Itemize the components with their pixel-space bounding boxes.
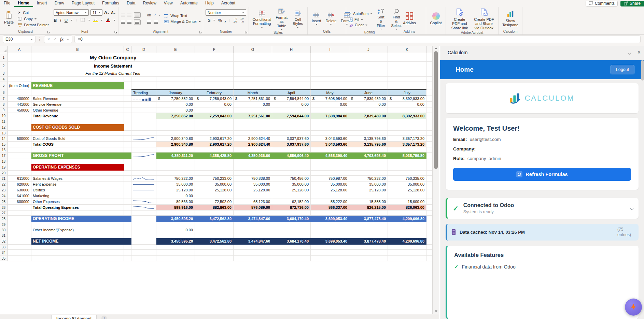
cell-A29[interactable] [8, 222, 31, 227]
confirm-entry-button[interactable]: ✓ [53, 37, 57, 42]
cell-C28[interactable] [124, 216, 131, 222]
cell-B18[interactable] [31, 159, 124, 164]
cell-I18[interactable] [311, 159, 349, 164]
decrease-indent-icon[interactable] [147, 21, 151, 24]
cell-C20[interactable] [124, 171, 131, 176]
cell-F17[interactable]: 4,355,425.80 [195, 153, 234, 159]
cell-H20[interactable] [272, 171, 311, 176]
cell-F31[interactable] [195, 233, 234, 238]
cell-F16[interactable] [195, 147, 234, 153]
cell-I29[interactable] [311, 222, 349, 227]
row-header-31[interactable]: 31 [0, 233, 8, 238]
cell-G30[interactable] [234, 227, 272, 233]
cell-H19[interactable] [272, 164, 311, 171]
row-header-7[interactable]: 7 [0, 96, 8, 102]
cell-I12[interactable] [311, 124, 349, 131]
cell-H3[interactable] [272, 70, 311, 77]
cell-G7[interactable]: $7,251,561.00 [234, 96, 272, 102]
row-header-23[interactable]: 23 [0, 187, 8, 193]
cell-C33[interactable] [124, 245, 131, 250]
cell-H14[interactable]: 3,037,937.60 [272, 136, 311, 142]
cell-F7[interactable]: $7,259,043.00 [195, 96, 234, 102]
cell-D6[interactable]: Trending [131, 89, 156, 96]
cell-G27[interactable] [234, 211, 272, 216]
cell-E12[interactable] [156, 124, 195, 131]
column-header-G[interactable]: G [234, 46, 272, 53]
row-header-35[interactable]: 35 [0, 256, 8, 261]
increase-decimal-button[interactable]: ←0.00 [233, 17, 237, 23]
cell-C26[interactable] [124, 205, 131, 211]
cell-F28[interactable]: 3,472,562.80 [195, 216, 234, 222]
cell-B10[interactable]: Total Revenue [31, 113, 124, 119]
cell-E35[interactable] [156, 256, 195, 261]
cell-E5[interactable] [156, 82, 195, 89]
cell-G12[interactable] [234, 124, 272, 131]
ribbon-tab-help[interactable]: Help [201, 0, 218, 7]
cell-I25[interactable]: 55,222.00 [311, 199, 349, 205]
cell-I32[interactable]: 3,699,053.40 [311, 238, 349, 245]
cell-H34[interactable] [272, 250, 311, 256]
cell-A10[interactable] [8, 113, 31, 119]
cell-G10[interactable]: 7,251,561.00 [234, 113, 272, 119]
cell-F2[interactable] [195, 62, 234, 70]
cell-D21[interactable] [131, 176, 156, 182]
month-header-january[interactable]: January [156, 89, 195, 96]
cell-J35[interactable] [349, 256, 388, 261]
cell-K23[interactable]: 25,128.00 [388, 187, 426, 193]
ribbon-tab-automate[interactable]: Automate [177, 0, 201, 7]
row-header-22[interactable]: 22 [0, 182, 8, 187]
cell-I10[interactable]: 7,608,984.00 [311, 113, 349, 119]
cell-J22[interactable]: 35,000.00 [349, 182, 388, 187]
cell-K27[interactable] [388, 211, 426, 216]
ribbon-tab-insert[interactable]: Insert [33, 0, 51, 7]
cell-I13[interactable] [311, 131, 349, 136]
cell-J17[interactable]: 4,703,693.40 [349, 153, 388, 159]
cell-I20[interactable] [311, 171, 349, 176]
cell-K26[interactable]: 826,063.00 [388, 205, 426, 211]
cell-E23[interactable]: 25,128.00 [156, 187, 195, 193]
row-header-29[interactable]: 29 [0, 222, 8, 227]
cell-H32[interactable]: 3,684,170.40 [272, 238, 311, 245]
cut-button[interactable]: ✂Cut [18, 10, 49, 15]
cell-J16[interactable] [349, 147, 388, 153]
align-right-icon[interactable] [134, 19, 141, 25]
cell-F23[interactable]: 25,128.00 [195, 187, 234, 193]
cell-E20[interactable] [156, 171, 195, 176]
cell-styles-button[interactable]: Cell Styles [291, 10, 305, 29]
cell-J23[interactable]: 25,128.00 [349, 187, 388, 193]
cell-D24[interactable] [131, 193, 156, 199]
align-left-icon[interactable] [121, 21, 125, 24]
scroll-down-arrow[interactable] [435, 310, 437, 312]
cell-H16[interactable] [272, 147, 311, 153]
cell-J30[interactable] [349, 227, 388, 233]
cell-B11[interactable] [31, 119, 124, 124]
cell-C6[interactable] [124, 89, 131, 96]
ribbon-tab-acrobat[interactable]: Acrobat [218, 0, 239, 7]
cell-J31[interactable] [349, 233, 388, 238]
format-as-table-button[interactable]: Format as Table [273, 8, 290, 31]
namebox-resize-handle[interactable]: ⋮ [38, 37, 42, 42]
row-header-12[interactable]: 12 [0, 124, 8, 131]
cell-D11[interactable] [131, 119, 156, 124]
orientation-button[interactable]: ab [147, 13, 151, 17]
cell-C13[interactable] [124, 131, 131, 136]
cell-K12[interactable] [388, 124, 426, 131]
cell-K9[interactable] [388, 107, 426, 113]
cell-F4[interactable] [195, 77, 234, 82]
row-header-18[interactable]: 18 [0, 159, 8, 164]
cell-J2[interactable] [349, 62, 388, 70]
sort-filter-button[interactable]: AZ Sort & Filter [375, 8, 387, 30]
cell-B9[interactable]: Other Revenue [31, 107, 124, 113]
number-format-select[interactable]: Number [206, 9, 246, 16]
cell-B21[interactable]: Salaries & Wages [31, 176, 124, 182]
cell-K7[interactable]: $8,392,933.00 [388, 96, 426, 102]
cell-I19[interactable] [311, 164, 349, 171]
comma-format-button[interactable]: , [225, 17, 226, 23]
cell-F24[interactable] [195, 193, 234, 199]
cell-E11[interactable] [156, 119, 195, 124]
cell-B13[interactable] [31, 131, 124, 136]
cell-H7[interactable]: $7,594,844.00 [272, 96, 311, 102]
cell-J15[interactable]: 3,135,795.60 [349, 142, 388, 147]
cell-H31[interactable] [272, 233, 311, 238]
cell-F11[interactable] [195, 119, 234, 124]
